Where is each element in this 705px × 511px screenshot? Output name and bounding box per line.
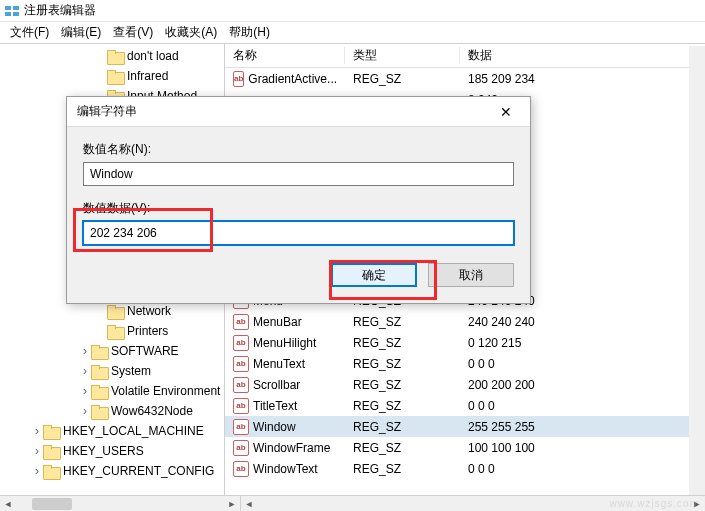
value-name: WindowText — [253, 462, 318, 476]
tree-item[interactable]: ›System — [0, 361, 224, 381]
string-value-icon: ab — [233, 335, 249, 351]
table-row[interactable]: abScrollbarREG_SZ200 200 200 — [225, 374, 705, 395]
tree-scroll-thumb[interactable] — [32, 498, 72, 510]
tree-label: System — [111, 364, 151, 378]
tree-item[interactable]: don't load — [0, 46, 224, 66]
tree-label: HKEY_USERS — [63, 444, 144, 458]
list-header: 名称 类型 数据 — [225, 44, 705, 68]
value-name: Scrollbar — [253, 378, 300, 392]
folder-icon — [43, 465, 59, 478]
menu-file[interactable]: 文件(F) — [4, 22, 55, 43]
value-name: WindowFrame — [253, 441, 330, 455]
regedit-icon — [4, 3, 20, 19]
bottom-scrollbar: ◄ ► ◄ ► — [0, 495, 705, 511]
dialog-title: 编辑字符串 — [77, 103, 492, 120]
value-name: GradientActive... — [248, 72, 337, 86]
value-type: REG_SZ — [345, 315, 460, 329]
tree-item[interactable]: ›HKEY_USERS — [0, 441, 224, 461]
tree-label: Volatile Environment — [111, 384, 220, 398]
expand-icon[interactable]: › — [31, 464, 43, 478]
value-name: MenuBar — [253, 315, 302, 329]
value-name-field[interactable] — [83, 162, 514, 186]
tree-label: HKEY_LOCAL_MACHINE — [63, 424, 204, 438]
string-value-icon: ab — [233, 71, 244, 87]
svg-rect-2 — [5, 12, 11, 16]
value-data: 185 209 234 — [460, 72, 705, 86]
table-row[interactable]: abMenuHilightREG_SZ0 120 215 — [225, 332, 705, 353]
value-type: REG_SZ — [345, 462, 460, 476]
tree-label: Network — [127, 304, 171, 318]
table-row[interactable]: abWindowFrameREG_SZ100 100 100 — [225, 437, 705, 458]
tree-scroll-track[interactable] — [16, 496, 224, 511]
table-row[interactable]: abWindowTextREG_SZ0 0 0 — [225, 458, 705, 479]
string-value-icon: ab — [233, 461, 249, 477]
tree-item[interactable]: ›HKEY_LOCAL_MACHINE — [0, 421, 224, 441]
folder-icon — [91, 365, 107, 378]
tree-label: Infrared — [127, 69, 168, 83]
tree-item[interactable]: ›Wow6432Node — [0, 401, 224, 421]
svg-rect-0 — [5, 6, 11, 10]
ok-button[interactable]: 确定 — [331, 263, 417, 287]
value-data: 0 120 215 — [460, 336, 705, 350]
expand-icon[interactable]: › — [31, 444, 43, 458]
value-type: REG_SZ — [345, 378, 460, 392]
tree-item[interactable]: ›Volatile Environment — [0, 381, 224, 401]
expand-icon[interactable]: › — [31, 424, 43, 438]
string-value-icon: ab — [233, 440, 249, 456]
menu-view[interactable]: 查看(V) — [107, 22, 159, 43]
menu-help[interactable]: 帮助(H) — [223, 22, 276, 43]
expand-icon[interactable]: › — [79, 404, 91, 418]
expand-icon[interactable]: › — [79, 364, 91, 378]
folder-icon — [91, 345, 107, 358]
value-name-label: 数值名称(N): — [83, 141, 514, 158]
value-data: 240 240 240 — [460, 315, 705, 329]
tree-label: SOFTWARE — [111, 344, 179, 358]
table-row[interactable]: abWindowREG_SZ255 255 255 — [225, 416, 705, 437]
svg-rect-1 — [13, 6, 19, 10]
value-data: 100 100 100 — [460, 441, 705, 455]
expand-icon[interactable]: › — [79, 384, 91, 398]
tree-item[interactable]: Printers — [0, 321, 224, 341]
value-name: Window — [253, 420, 296, 434]
folder-icon — [43, 445, 59, 458]
scroll-left-icon[interactable]: ◄ — [241, 496, 257, 511]
value-data: 200 200 200 — [460, 378, 705, 392]
menu-edit[interactable]: 编辑(E) — [55, 22, 107, 43]
scroll-right-icon[interactable]: ► — [224, 496, 240, 511]
close-icon[interactable]: ✕ — [492, 102, 520, 122]
cancel-button[interactable]: 取消 — [428, 263, 514, 287]
string-value-icon: ab — [233, 398, 249, 414]
value-data-label: 数值数据(V): — [83, 200, 514, 217]
value-type: REG_SZ — [345, 336, 460, 350]
tree-label: don't load — [127, 49, 179, 63]
tree-item[interactable]: Infrared — [0, 66, 224, 86]
menu-bar: 文件(F) 编辑(E) 查看(V) 收藏夹(A) 帮助(H) — [0, 22, 705, 44]
value-type: REG_SZ — [345, 72, 460, 86]
col-name[interactable]: 名称 — [225, 47, 345, 64]
string-value-icon: ab — [233, 377, 249, 393]
folder-icon — [107, 50, 123, 63]
value-data: 255 255 255 — [460, 420, 705, 434]
tree-item[interactable]: ›SOFTWARE — [0, 341, 224, 361]
tree-item[interactable]: Network — [0, 301, 224, 321]
value-name: MenuHilight — [253, 336, 316, 350]
dialog-buttons: 确定 取消 — [83, 263, 514, 287]
scroll-left-icon[interactable]: ◄ — [0, 496, 16, 511]
value-type: REG_SZ — [345, 441, 460, 455]
menu-fav[interactable]: 收藏夹(A) — [159, 22, 223, 43]
expand-icon[interactable]: › — [79, 344, 91, 358]
tree-item[interactable]: ›HKEY_CURRENT_CONFIG — [0, 461, 224, 481]
table-row[interactable]: abTitleTextREG_SZ0 0 0 — [225, 395, 705, 416]
vertical-scrollbar[interactable] — [689, 46, 705, 495]
value-data: 0 0 0 — [460, 462, 705, 476]
table-row[interactable]: abGradientActive...REG_SZ185 209 234 — [225, 68, 705, 89]
col-type[interactable]: 类型 — [345, 47, 460, 64]
value-data: 0 0 0 — [460, 399, 705, 413]
value-data-field[interactable] — [83, 221, 514, 245]
table-row[interactable]: abMenuBarREG_SZ240 240 240 — [225, 311, 705, 332]
tree-label: HKEY_CURRENT_CONFIG — [63, 464, 214, 478]
col-data[interactable]: 数据 — [460, 47, 705, 64]
value-type: REG_SZ — [345, 357, 460, 371]
folder-icon — [91, 385, 107, 398]
table-row[interactable]: abMenuTextREG_SZ0 0 0 — [225, 353, 705, 374]
